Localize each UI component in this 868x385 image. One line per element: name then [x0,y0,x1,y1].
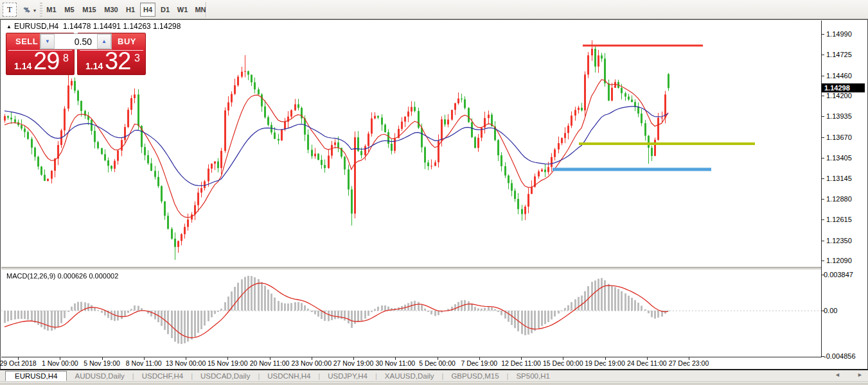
price-axis-tick [821,241,824,241]
time-axis-label: 12 Dec 11:00 [501,359,541,367]
time-axis-label: 24 Dec 11:00 [627,359,667,367]
time-axis-label: 5 Nov 19:00 [84,359,120,367]
macd-axis-label: -0.004856 [824,352,856,360]
time-axis-label: 27 Dec 23:00 [669,359,709,367]
buy-price-prefix: 1.14 [85,61,103,71]
arrange-arrows-icon[interactable] [21,3,33,16]
chart-tabs-bar: EURUSD,H4AUDUSD,Daily|USDCHF,H4|USDCAD,D… [0,370,868,382]
macd-axis-label: 0.003847 [824,271,853,278]
tab-xauusd-daily[interactable]: XAUUSD,Daily [377,372,442,381]
macd-indicator-label: MACD(12,26,9) 0.000626 0.000002 [6,272,118,280]
chart-symbol-period: EURUSD,H4 [14,22,58,31]
volume-input[interactable] [55,34,97,49]
top-toolbar: T ▾ M1M5M15M30H1H4D1W1MN [0,0,868,19]
chart-ohlc-values: 1.14478 1.14491 1.14263 1.14298 [63,22,181,31]
sell-price-pipette: 8 [63,53,69,64]
price-axis-tick [821,76,824,76]
buy-price: 1.14 32 3 [78,51,145,76]
volume-increase-button[interactable]: ▲ [97,34,111,49]
price-axis-label: 1.13145 [826,175,852,182]
sell-price-pips: 29 [33,47,59,75]
buy-price-pipette: 3 [134,53,140,64]
dropdown-caret-icon[interactable]: ▾ [33,8,36,13]
time-axis-label: 19 Dec 19:00 [585,359,624,367]
tab-scroll-right-icon[interactable]: ► [857,372,863,378]
volume-control: ▼ ▲ [40,33,112,49]
tab-scroll-arrows: ◄ ► [835,372,863,378]
pane-separator[interactable] [1,267,820,270]
price-axis-tick [821,158,824,158]
buy-button-label: BUY [118,37,136,46]
tab-gbpusd-m15[interactable]: GBPUSD,M15 [443,372,506,381]
sell-price: 1.14 29 8 [6,51,74,76]
tab-usdcad-daily[interactable]: USDCAD,Daily [193,372,258,381]
tab-audusd-daily[interactable]: AUDUSD,Daily [67,372,132,381]
toolbar-separator [206,2,207,17]
price-axis-label: 1.12615 [826,216,852,223]
time-axis-label: 29 Oct 2018 [0,359,37,367]
time-axis-label: 30 Nov 11:00 [375,359,415,367]
price-axis-tick [821,199,824,200]
buy-price-pips: 32 [105,47,130,75]
time-axis-label: 5 Dec 00:00 [419,359,456,367]
timeframe-button-h4[interactable]: H4 [140,3,155,17]
sell-price-prefix: 1.14 [14,61,31,71]
time-axis-label: 15 Dec 00:00 [543,359,583,367]
price-axis-tick [821,137,824,138]
price-axis-tick [821,55,824,55]
price-axis-label: 1.12880 [826,195,852,203]
chart-window: ▲EURUSD,H4 1.14478 1.14491 1.14263 1.142… [0,19,868,370]
price-axis-tick [821,116,824,117]
macd-axis-label: 0.00 [824,307,837,314]
time-axis-label: 8 Nov 11:00 [126,359,162,367]
tab-scroll-left-icon[interactable]: ◄ [835,372,840,378]
one-click-trade-panel: SELL 1.14 29 8 BUY 1.14 32 3 ▼ ▲ [6,33,146,75]
sell-button-label: SELL [15,37,38,46]
tab-usdchf-h4[interactable]: USDCHF,H4 [134,372,191,381]
collapse-panel-icon[interactable]: ▲ [6,24,12,30]
price-axis-label: 1.12350 [826,237,852,244]
price-axis-tick [821,178,824,179]
tab-sp500-h1[interactable]: SP500,H1 [508,372,557,381]
timeframe-button-m5[interactable]: M5 [62,3,77,17]
price-axis-label: 1.14725 [826,51,852,58]
price-axis-label: 1.14990 [826,30,852,38]
timeframe-button-w1[interactable]: W1 [175,3,190,17]
price-axis-tick [821,34,824,35]
timeframe-button-m15[interactable]: M15 [80,3,99,17]
price-axis-label: 1.14460 [826,72,852,80]
tab-usdjpy-h4[interactable]: USDJPY,H4 [320,372,375,381]
price-axis-label: 1.13670 [826,133,852,141]
price-axis-line [821,21,822,357]
price-axis-label: 1.13935 [826,112,852,120]
chart-title: ▲EURUSD,H4 1.14478 1.14491 1.14263 1.142… [6,22,181,31]
timeframe-button-d1[interactable]: D1 [158,3,172,17]
timeframe-button-m1[interactable]: M1 [44,3,59,17]
status-bar [0,382,868,385]
text-tool-icon[interactable]: T [3,3,17,17]
time-axis-label: 1 Nov 00:00 [42,359,78,367]
time-axis-label: 13 Nov 00:00 [166,359,206,367]
time-axis-label: 23 Nov 00:00 [292,359,332,367]
tab-eurusd-h4[interactable]: EURUSD,H4 [5,371,67,381]
time-axis-label: 20 Nov 11:00 [250,359,290,367]
timeframe-button-m30[interactable]: M30 [102,3,121,17]
price-axis-tick [821,261,824,261]
price-axis-label: 1.12090 [826,257,852,264]
tab-usdcnh-h4[interactable]: USDCNH,H4 [260,372,318,381]
time-axis-label: 7 Dec 19:00 [461,359,497,367]
price-axis-tick [821,219,824,220]
price-axis-label: 1.13405 [826,154,852,162]
volume-decrease-button[interactable]: ▼ [40,34,55,49]
toolbar-grip[interactable] [40,3,42,17]
time-axis[interactable]: 29 Oct 20181 Nov 00:005 Nov 19:008 Nov 1… [1,358,821,369]
price-axis-label: 1.14200 [826,92,852,99]
time-axis-label: 27 Nov 19:00 [333,359,373,367]
current-price-tag: 1.14298 [822,83,865,92]
timeframe-button-h1[interactable]: H1 [123,3,137,17]
price-axis-tick [821,96,824,96]
time-axis-label: 15 Nov 19:00 [208,359,247,367]
